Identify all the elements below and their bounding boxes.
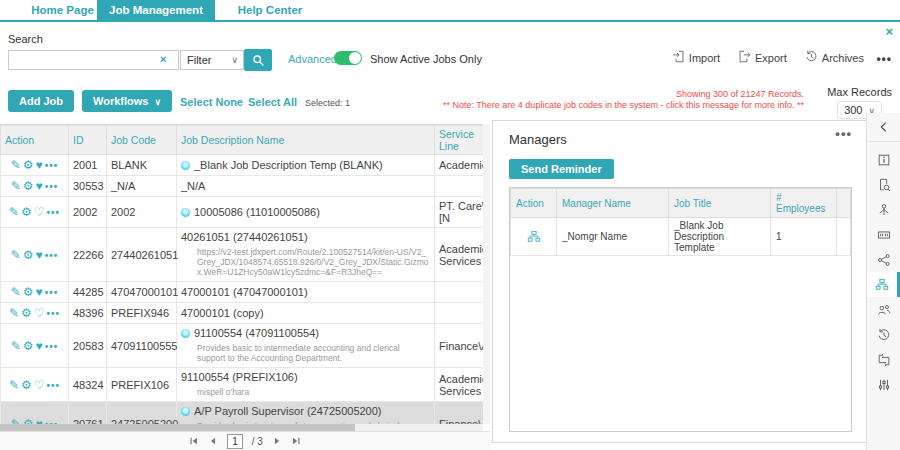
- duplicate-jobs-note[interactable]: Showing 300 of 21247 Records. ** Note: T…: [424, 89, 804, 110]
- table-row[interactable]: ✎⚙♥•••30553_N/A_N/A: [1, 176, 484, 197]
- gear-icon[interactable]: ⚙: [21, 205, 32, 219]
- favorite-icon[interactable]: ♥: [36, 179, 43, 193]
- search-input[interactable]: [8, 50, 179, 70]
- edit-icon[interactable]: ✎: [11, 179, 21, 193]
- favorite-icon[interactable]: ♡: [34, 306, 45, 320]
- page-last-icon[interactable]: [291, 436, 301, 448]
- managers-more-icon[interactable]: •••: [835, 126, 852, 141]
- show-active-jobs-toggle[interactable]: [334, 51, 362, 65]
- edit-icon[interactable]: ✎: [9, 378, 19, 392]
- filter-dropdown[interactable]: Filter ∨: [180, 50, 244, 70]
- job-description-name[interactable]: 91100554 (47091100554)Provides basic to …: [177, 324, 435, 368]
- org-chart-icon[interactable]: [516, 230, 551, 244]
- import-button[interactable]: Import: [672, 50, 720, 65]
- column-header-manager-name[interactable]: Manager Name: [557, 189, 669, 218]
- calculator-icon[interactable]: [867, 222, 900, 247]
- gear-icon[interactable]: ⚙: [21, 378, 32, 392]
- row-more-icon[interactable]: •••: [47, 308, 61, 319]
- gear-icon[interactable]: ⚙: [21, 306, 32, 320]
- vertical-scrollbar[interactable]: [483, 124, 490, 424]
- job-description-name[interactable]: 10005086 (11010005086): [177, 197, 435, 228]
- edit-icon[interactable]: ✎: [11, 158, 21, 172]
- sliders-icon[interactable]: [867, 372, 900, 397]
- column-header-id[interactable]: ID: [69, 126, 107, 155]
- column-header-action[interactable]: Action: [1, 126, 69, 155]
- horizontal-scrollbar[interactable]: [0, 424, 483, 431]
- person-hierarchy-icon[interactable]: [867, 197, 900, 222]
- edit-icon[interactable]: ✎: [9, 205, 19, 219]
- table-row[interactable]: ✎⚙♡•••48396PREFIX94647000101 (copy): [1, 303, 484, 324]
- crop-rotate-icon[interactable]: [867, 347, 900, 372]
- favorite-icon[interactable]: ♡: [34, 205, 45, 219]
- collapse-chevron-icon[interactable]: [867, 113, 900, 142]
- row-more-icon[interactable]: •••: [45, 287, 59, 298]
- table-row[interactable]: ✎⚙♥•••2076124725005200A/P Payroll Superv…: [1, 402, 484, 426]
- table-row[interactable]: ✎⚙♥•••205834709110055591100554 (47091100…: [1, 324, 484, 368]
- row-more-icon[interactable]: •••: [45, 250, 59, 261]
- workflows-button[interactable]: Workflows∨: [82, 90, 172, 112]
- column-header-job-code[interactable]: Job Code: [107, 126, 177, 155]
- export-button[interactable]: Export: [738, 50, 787, 65]
- row-more-icon[interactable]: •••: [47, 207, 61, 218]
- edit-icon[interactable]: ✎: [11, 339, 21, 353]
- job-description-name[interactable]: _N/A: [177, 176, 435, 197]
- gear-icon[interactable]: ⚙: [23, 339, 34, 353]
- edit-icon[interactable]: ✎: [11, 248, 21, 262]
- share-nodes-icon[interactable]: [867, 247, 900, 272]
- info-icon[interactable]: [867, 147, 900, 172]
- gear-icon[interactable]: ⚙: [23, 179, 34, 193]
- column-header-job-title[interactable]: Job Title: [669, 189, 771, 218]
- favorite-icon[interactable]: ♥: [36, 248, 43, 262]
- current-page-box[interactable]: 1: [227, 434, 243, 449]
- favorite-icon[interactable]: ♥: [36, 158, 43, 172]
- row-more-icon[interactable]: •••: [45, 160, 59, 171]
- table-row[interactable]: ✎⚙♥•••442854704700010147000101 (47047000…: [1, 282, 484, 303]
- document-search-icon[interactable]: [867, 172, 900, 197]
- job-description-name[interactable]: _Blank Job Description Temp (BLANK): [177, 155, 435, 176]
- table-row[interactable]: ✎⚙♥•••2001BLANK_Blank Job Description Te…: [1, 155, 484, 176]
- edit-icon[interactable]: ✎: [11, 285, 21, 299]
- tab-help-center[interactable]: Help Center: [215, 0, 325, 20]
- table-row[interactable]: ✎⚙♡•••48324PREFIX10691100554 (PREFIX106)…: [1, 368, 484, 402]
- favorite-icon[interactable]: ♥: [36, 285, 43, 299]
- row-more-icon[interactable]: •••: [47, 380, 61, 391]
- history-icon[interactable]: [867, 322, 900, 347]
- gear-icon[interactable]: ⚙: [23, 285, 34, 299]
- archives-button[interactable]: Archives: [805, 50, 864, 65]
- send-reminder-button[interactable]: Send Reminder: [509, 159, 614, 179]
- job-description-name[interactable]: 40261051 (27440261051)https://v2-test.jd…: [177, 228, 435, 282]
- gear-icon[interactable]: ⚙: [23, 158, 34, 172]
- select-all-link[interactable]: Select All: [248, 96, 297, 108]
- column-header-employees[interactable]: # Employees: [771, 189, 837, 218]
- column-header-service-line[interactable]: Service Line: [435, 126, 484, 155]
- close-icon[interactable]: ×: [885, 24, 893, 39]
- edit-icon[interactable]: ✎: [9, 306, 19, 320]
- job-description-name[interactable]: 91100554 (PREFIX106)mispell o'hara: [177, 368, 435, 402]
- tab-job-management[interactable]: Job Management: [97, 0, 215, 20]
- column-header-action[interactable]: Action: [511, 189, 557, 218]
- page-next-icon[interactable]: [272, 436, 282, 448]
- favorite-icon[interactable]: ♡: [34, 378, 45, 392]
- page-prev-icon[interactable]: [208, 436, 218, 448]
- column-header-job-description-name[interactable]: Job Description Name: [177, 126, 435, 155]
- org-chart-icon[interactable]: [867, 272, 900, 297]
- job-description-name[interactable]: 47000101 (47047000101): [177, 282, 435, 303]
- row-more-icon[interactable]: •••: [45, 341, 59, 352]
- toolbar-more-icon[interactable]: •••: [876, 52, 892, 66]
- job-description-name[interactable]: 47000101 (copy): [177, 303, 435, 324]
- job-description-name[interactable]: A/P Payroll Supervisor (24725005200)Prov…: [177, 402, 435, 426]
- gear-icon[interactable]: ⚙: [23, 248, 34, 262]
- row-more-icon[interactable]: •••: [45, 181, 59, 192]
- favorite-icon[interactable]: ♥: [36, 339, 43, 353]
- table-row[interactable]: ✎⚙♡•••2002200210005086 (11010005086)PT. …: [1, 197, 484, 228]
- table-row[interactable]: ✎⚙♥•••222662744026105140261051 (27440261…: [1, 228, 484, 282]
- clear-search-icon[interactable]: ×: [160, 53, 166, 65]
- select-none-link[interactable]: Select None: [180, 96, 243, 108]
- add-job-button[interactable]: Add Job: [8, 90, 74, 112]
- page-first-icon[interactable]: [189, 436, 199, 448]
- advanced-link[interactable]: Advanced: [288, 53, 337, 65]
- search-button[interactable]: [244, 49, 272, 71]
- people-group-icon[interactable]: [867, 297, 900, 322]
- scrollbar-thumb[interactable]: [0, 424, 355, 431]
- manager-row[interactable]: _Nomgr Name_Blank Job Description Templa…: [511, 218, 851, 256]
